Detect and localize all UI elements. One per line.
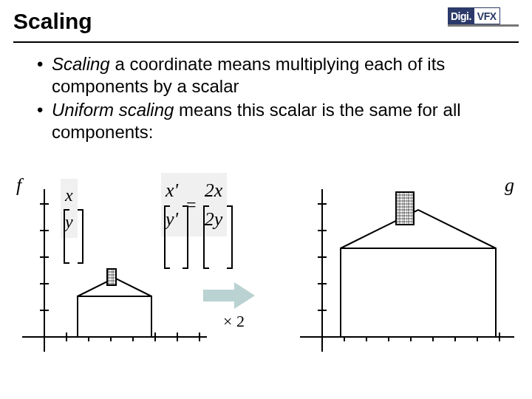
matrix-res-top: 2x [205,180,223,201]
figure-area: f g [0,174,532,381]
svg-marker-34 [341,210,496,248]
bullet-1-text: a coordinate means multiplying each of i… [52,54,445,96]
matrix-equation: x' y' = 2x 2y [161,173,227,236]
logo-left-text: Digi. [448,7,474,24]
matrix-in-top: x [65,185,73,205]
page-title: Scaling [13,6,519,34]
svg-rect-14 [78,296,151,337]
svg-rect-37 [203,290,234,301]
bullet-2-em: Uniform scaling [52,100,174,120]
times-label: × 2 [223,312,245,331]
logo-right-text: VFX [474,7,500,24]
slide: Scaling Digi. VFX Scaling a coordinate m… [0,0,532,399]
bullet-list: Scaling a coordinate means multiplying e… [22,53,510,145]
axes-g [300,189,522,366]
arrow-icon [203,282,255,309]
house-small-icon [78,269,151,337]
bullet-2: Uniform scaling means this scalar is the… [37,99,510,143]
house-large-icon [341,192,496,337]
svg-rect-16 [107,269,116,285]
svg-rect-35 [396,192,414,225]
matrix-out-top: x' [166,180,178,201]
matrix-input: x y [61,179,78,238]
header: Scaling Digi. VFX [13,6,519,43]
bullet-1-em: Scaling [52,54,110,74]
logo: Digi. VFX [448,7,519,27]
svg-marker-38 [234,282,255,309]
svg-rect-33 [341,248,496,337]
bullet-1: Scaling a coordinate means multiplying e… [37,53,510,98]
label-f: f [16,174,21,197]
